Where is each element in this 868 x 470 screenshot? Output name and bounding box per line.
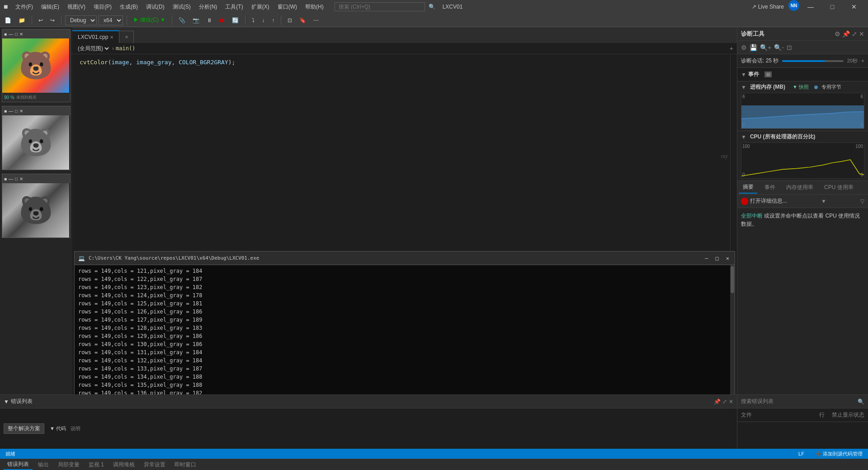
diag-close-icon[interactable]: ✕ <box>859 30 864 38</box>
memory-expand[interactable]: ▼ <box>741 84 746 90</box>
menu-build[interactable]: 生成(B) <box>116 1 142 13</box>
diag-tool-save[interactable]: 💾 <box>750 44 757 51</box>
menu-analyze[interactable]: 分析(N) <box>195 1 221 13</box>
tab-label-extra: × <box>125 34 128 40</box>
step-into-btn[interactable]: ↓ <box>259 16 267 24</box>
breakpoints-btn[interactable]: ⊡ <box>285 16 295 24</box>
status-branch[interactable]: 就绪 <box>4 451 17 457</box>
editor-add-btn[interactable]: + <box>730 45 733 52</box>
menu-extensions[interactable]: 扩展(X) <box>248 1 273 13</box>
step-over-btn[interactable]: ⤵ <box>249 16 257 24</box>
code-editor[interactable]: cvtColor(image, image_gray, COLOR_BGR2GR… <box>72 54 737 251</box>
btab-locals[interactable]: 局部变量 <box>54 460 83 470</box>
open-btn[interactable]: 📁 <box>16 16 28 24</box>
btab-watch1[interactable]: 监视 1 <box>85 460 108 470</box>
record-button[interactable] <box>741 198 748 205</box>
search-input[interactable] <box>335 2 425 11</box>
maximize-button[interactable]: □ <box>822 0 843 14</box>
menu-project[interactable]: 项目(P) <box>90 1 115 13</box>
snapshot-btn[interactable]: 📷 <box>190 16 202 24</box>
errors-expand-icon[interactable]: ▼ <box>4 399 9 405</box>
btab-exceptions[interactable]: 异常设置 <box>140 460 169 470</box>
console-min-btn[interactable]: — <box>703 254 710 262</box>
diag-settings-icon[interactable]: ⚙ <box>835 30 840 38</box>
win-icon-gray1: ■ <box>4 109 7 114</box>
live-share-btn[interactable]: ↗ Live Share <box>752 0 784 14</box>
status-add-source[interactable]: ➕ 添加到源代码管理 <box>813 451 864 457</box>
btab-errors[interactable]: 错误列表 <box>4 460 33 470</box>
cpu-expand[interactable]: ▼ <box>741 134 746 140</box>
menu-help[interactable]: 帮助(H) <box>302 1 327 13</box>
btab-callstack[interactable]: 调用堆栈 <box>109 460 138 470</box>
win-max-gray2[interactable]: □ <box>15 176 18 181</box>
diag-tool-zoom-out[interactable]: 🔍- <box>774 44 784 51</box>
errors-close-icon[interactable]: ✕ <box>729 399 733 405</box>
console-close-btn[interactable]: ✕ <box>724 254 731 262</box>
btab-immediate[interactable]: 即时窗口 <box>171 460 200 470</box>
new-file-btn[interactable]: 📄 <box>2 16 14 24</box>
menu-test[interactable]: 测试(S) <box>169 1 194 13</box>
console-max-btn[interactable]: □ <box>714 254 721 262</box>
bookmark-btn[interactable]: 🔖 <box>297 16 309 24</box>
stop-btn[interactable]: ⏹ <box>217 16 227 24</box>
err-tab-desc[interactable]: 说明 <box>69 424 82 433</box>
diag-events-expand[interactable]: ▼ <box>741 71 746 78</box>
diag-tab-memory[interactable]: 内存使用率 <box>783 182 817 193</box>
close-button[interactable]: ✕ <box>844 0 864 14</box>
session-slider[interactable] <box>782 60 843 62</box>
err-tab-code[interactable]: ▼ 代码 <box>48 424 68 433</box>
attach-btn[interactable]: 📎 <box>176 16 188 24</box>
tab-close-cpp[interactable]: ✕ <box>110 35 113 40</box>
errors-pin-icon[interactable]: 📌 <box>714 399 721 405</box>
memory-filter-icon[interactable]: ▼ 快照 <box>793 84 809 90</box>
config-select[interactable]: Debug <box>65 15 97 25</box>
diag-maximize-icon[interactable]: ⤢ <box>852 30 857 38</box>
status-zoom[interactable]: LF <box>797 451 806 456</box>
errors-search-icon[interactable]: 🔍 <box>858 399 864 405</box>
undo-btn[interactable]: ↩ <box>36 16 46 24</box>
menu-window[interactable]: 窗口(W) <box>274 1 301 13</box>
pause-btn[interactable]: ⏸ <box>204 16 215 24</box>
diag-tab-events[interactable]: 事件 <box>761 182 779 193</box>
errors-right-cols: 文件 行 禁止显示状态 <box>737 408 868 422</box>
play-btn[interactable]: ▶ 继续(C) ▼ <box>131 15 168 25</box>
fix-solution-btn[interactable]: 整个解决方案 <box>4 423 44 434</box>
minimize-button[interactable]: — <box>800 0 821 14</box>
menu-debug[interactable]: 调试(D) <box>142 1 168 13</box>
step-out-btn[interactable]: ↑ <box>269 16 277 24</box>
win-min-gray1[interactable]: — <box>9 109 13 114</box>
color-image-canvas: 🐻 <box>2 38 69 93</box>
diag-tab-cpu[interactable]: CPU 使用率 <box>821 182 857 193</box>
menu-tools[interactable]: 工具(T) <box>222 1 246 13</box>
diag-tool-zoom-in[interactable]: 🔍+ <box>760 44 771 51</box>
win-close-gray1[interactable]: ✕ <box>19 109 23 114</box>
more-btn[interactable]: ⋯ <box>311 16 321 24</box>
breadcrumb-scope-select[interactable]: (全局范围) <box>76 45 110 52</box>
diag-filter-icon-1[interactable]: ▼ <box>821 198 826 204</box>
menu-file[interactable]: 文件(F) <box>12 1 37 13</box>
break-all-link[interactable]: 全部中断 <box>741 213 763 219</box>
errors-maximize-icon[interactable]: ⤢ <box>722 399 727 405</box>
win-max-gray1[interactable]: □ <box>15 109 18 114</box>
btab-output[interactable]: 输出 <box>34 460 52 470</box>
diag-tool-settings[interactable]: ⚙ <box>741 44 747 51</box>
platform-select[interactable]: x64 <box>99 15 123 25</box>
tab-extra[interactable]: × <box>119 31 134 43</box>
diag-tab-summary[interactable]: 摘要 <box>739 181 757 194</box>
open-details-link[interactable]: 打开详细信息... <box>750 197 787 205</box>
win-close-gray2[interactable]: ✕ <box>19 176 23 181</box>
editor-scrollbar[interactable] <box>730 54 737 251</box>
diag-filter-icon-2[interactable]: ▽ <box>860 198 864 204</box>
user-avatar[interactable]: NN <box>788 0 799 11</box>
win-max-color[interactable]: □ <box>15 32 18 37</box>
restart-btn[interactable]: 🔄 <box>229 16 241 24</box>
win-min-gray2[interactable]: — <box>9 176 13 181</box>
menu-view[interactable]: 视图(V) <box>64 1 89 13</box>
menu-edit[interactable]: 编辑(E) <box>38 1 63 13</box>
win-min-color[interactable]: — <box>9 32 13 37</box>
redo-btn[interactable]: ↪ <box>47 16 57 24</box>
win-close-color[interactable]: ✕ <box>19 32 23 37</box>
tab-lxcv01-cpp[interactable]: LXCV01.cpp ✕ <box>72 30 119 43</box>
diag-pin-icon[interactable]: 📌 <box>842 30 850 38</box>
diag-tool-fit[interactable]: ⊡ <box>787 44 792 51</box>
